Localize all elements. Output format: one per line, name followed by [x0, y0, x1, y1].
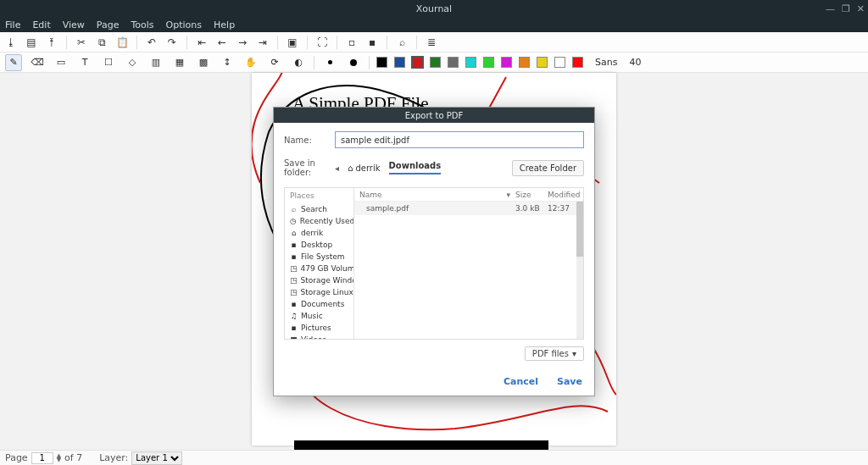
places-item-pictures[interactable]: ▪Pictures [285, 322, 353, 334]
paste-icon[interactable]: 📋 [116, 36, 128, 48]
color-swatch-2[interactable] [412, 57, 423, 68]
breadcrumb-current[interactable]: Downloads [389, 161, 442, 174]
color-swatch-0[interactable] [376, 57, 387, 68]
close-button[interactable]: ✕ [857, 3, 865, 14]
place-icon: ▪ [290, 324, 298, 332]
places-item-derrik[interactable]: ⌂derrik [285, 227, 353, 239]
filename-input[interactable] [335, 131, 584, 148]
file-type-filter[interactable]: PDF files ▾ [525, 346, 584, 361]
window-title: Xournal [416, 3, 452, 14]
find-icon[interactable]: ⌕ [396, 36, 408, 48]
sort-indicator-icon: ▾ [506, 191, 510, 199]
file-list-scrollbar[interactable] [576, 202, 583, 339]
cancel-button[interactable]: Cancel [504, 376, 538, 387]
copy-icon[interactable]: ⧉ [96, 36, 108, 48]
menu-options[interactable]: Options [166, 19, 202, 30]
maximize-button[interactable]: ❐ [842, 3, 850, 14]
status-bar: Page ▲▼ of 7 Layer: Layer 1 [0, 450, 868, 465]
places-item-desktop[interactable]: ▪Desktop [285, 239, 353, 251]
font-name-label[interactable]: Sans [595, 57, 617, 68]
col-size-header[interactable]: Size [515, 191, 548, 199]
fit-icon[interactable]: ▣ [287, 36, 298, 48]
fullscreen-icon[interactable]: ⛶ [316, 36, 328, 48]
menu-tools[interactable]: Tools [131, 19, 153, 30]
toolbar-separator [277, 36, 278, 49]
toolbar-separator [416, 36, 417, 49]
color-swatch-4[interactable] [448, 57, 459, 68]
save-icon[interactable]: ⭳ [5, 36, 17, 48]
page-spinner[interactable]: ▲▼ [57, 454, 61, 462]
place-icon: ■ [290, 335, 298, 339]
main-toolbar: ⭳▤⭱✂⧉📋↶↷⇤←→⇥▣⛶▫▪⌕≣ [0, 32, 868, 53]
shape-tool[interactable]: ◇ [124, 54, 141, 71]
select-rect-tool[interactable]: ▦ [171, 54, 188, 71]
places-item-479-gb-volume[interactable]: ◳479 GB Volume [285, 263, 353, 274]
image-tool[interactable]: ☐ [100, 54, 117, 71]
first-icon[interactable]: ⇤ [196, 36, 208, 48]
zoom-in-icon[interactable]: ▪ [366, 36, 378, 48]
redo-icon[interactable]: ↷ [166, 36, 178, 48]
toolbar-separator [387, 36, 387, 49]
places-item-search[interactable]: ⌕Search [285, 203, 353, 215]
col-name-header[interactable]: Name ▾ [354, 191, 515, 199]
open-icon[interactable]: ▤ [25, 36, 37, 48]
file-row[interactable]: sample.pdf3.0 kB12:37 [354, 202, 583, 215]
font-size-label[interactable]: 40 [629, 57, 641, 68]
color-swatch-10[interactable] [554, 57, 565, 68]
cut-icon[interactable]: ✂ [75, 36, 87, 48]
color-swatch-9[interactable] [537, 57, 548, 68]
places-item-storage-windows[interactable]: ◳Storage Windows [285, 274, 353, 286]
places-header: Places [285, 188, 353, 203]
stroke-thin[interactable] [321, 54, 338, 71]
places-item-recently-used[interactable]: ◷Recently Used [285, 215, 353, 227]
breadcrumb-home[interactable]: ⌂ derrik [348, 163, 380, 173]
next-icon[interactable]: → [236, 36, 248, 48]
color-swatch-5[interactable] [465, 57, 476, 68]
col-modified-header[interactable]: Modified [548, 191, 583, 199]
undo-icon[interactable]: ↶ [146, 36, 158, 48]
pen-tool[interactable]: ✎ [5, 54, 22, 71]
page-number-input[interactable] [31, 452, 53, 464]
export-icon[interactable]: ⭱ [46, 36, 58, 48]
menu-page[interactable]: Page [97, 19, 120, 30]
places-sidebar: Places ⌕Search◷Recently Used⌂derrik▪Desk… [285, 188, 354, 339]
prev-icon[interactable]: ← [216, 36, 228, 48]
hand-tool[interactable]: ✋ [242, 54, 259, 71]
vertical-space-tool[interactable]: ↕ [219, 54, 236, 71]
color-swatch-1[interactable] [394, 57, 405, 68]
menu-edit[interactable]: Edit [32, 19, 50, 30]
minimize-button[interactable]: — [826, 3, 835, 14]
places-item-storage-linux[interactable]: ◳Storage Linux [285, 286, 353, 298]
color-swatch-6[interactable] [483, 57, 494, 68]
create-folder-button[interactable]: Create Folder [512, 160, 584, 176]
menu-file[interactable]: File [5, 19, 20, 30]
stroke-thick[interactable] [345, 54, 362, 71]
places-item-documents[interactable]: ▪Documents [285, 298, 353, 310]
page-of-label: of 7 [64, 452, 82, 463]
color-swatch-7[interactable] [501, 57, 512, 68]
save-button[interactable]: Save [557, 376, 582, 387]
toolbar-separator [307, 36, 308, 49]
places-item-videos[interactable]: ■Videos [285, 334, 353, 339]
color-swatch-3[interactable] [430, 57, 441, 68]
tools-toolbar: ✎⌫▭T☐◇▥▦▩↕✋⟳◐Sans40 [0, 53, 868, 73]
default-tool[interactable]: ◐ [290, 54, 307, 71]
zoom-out-icon[interactable]: ▫ [346, 36, 358, 48]
select-region-tool[interactable]: ▩ [195, 54, 212, 71]
reload-tool[interactable]: ⟳ [266, 54, 283, 71]
color-swatch-11[interactable] [572, 57, 583, 68]
places-item-music[interactable]: ♫Music [285, 310, 353, 322]
highlighter-tool[interactable]: ▭ [53, 54, 70, 71]
color-swatch-8[interactable] [519, 57, 530, 68]
place-icon: ◷ [290, 217, 297, 225]
places-item-file-system[interactable]: ▪File System [285, 251, 353, 263]
layers-icon[interactable]: ≣ [426, 36, 437, 48]
text-tool[interactable]: T [76, 54, 93, 71]
layer-select[interactable]: Layer 1 [131, 451, 182, 465]
eraser-tool[interactable]: ⌫ [29, 54, 46, 71]
menu-help[interactable]: Help [214, 19, 235, 30]
breadcrumb-back-icon[interactable]: ◂ [335, 163, 339, 173]
ruler-tool[interactable]: ▥ [147, 54, 164, 71]
last-icon[interactable]: ⇥ [257, 36, 269, 48]
menu-view[interactable]: View [63, 19, 85, 30]
